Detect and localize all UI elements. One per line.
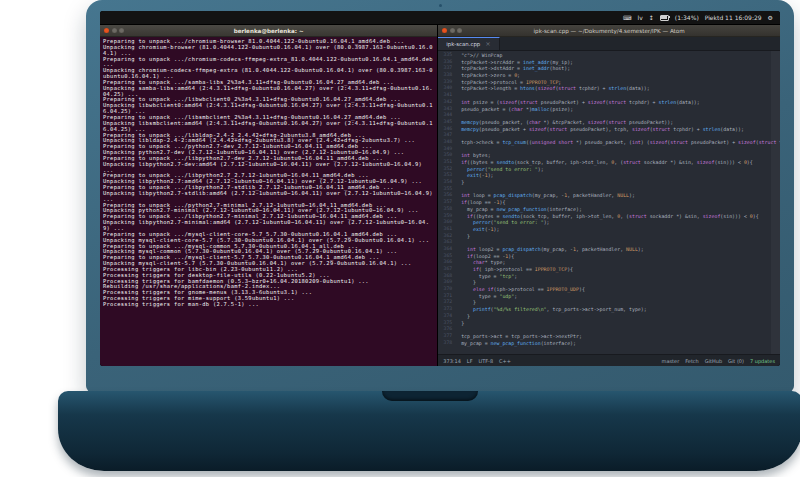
close-button[interactable] <box>104 28 109 33</box>
editor-titlebar[interactable]: ipk-scan.cpp — ~/Dokumenty/4.semester/IP… <box>438 25 780 37</box>
status-fetch-button[interactable]: Fetch <box>685 358 699 364</box>
line-number: 374 <box>438 313 455 320</box>
battery-icon[interactable] <box>660 15 669 21</box>
code-text: tcpPacket->length = htons(sizeof(struct … <box>455 85 649 92</box>
code-text: if((bytes = sendto(sock_tcp, buffer, iph… <box>455 213 758 220</box>
line-number: 369 <box>438 279 455 286</box>
editor-title: ipk-scan.cpp — ~/Dokumenty/4.semester/IP… <box>458 28 760 34</box>
line-number: 347 <box>438 132 455 139</box>
terminal-output[interactable]: Preparing to unpack .../chromium-browser… <box>100 37 437 366</box>
status-updates-badge[interactable]: 7 updates <box>750 358 775 364</box>
code-text: if(loop == -1){ <box>455 199 505 206</box>
status-cursor-position[interactable]: 373:14 <box>443 358 461 364</box>
code-line: 370 else if(iph->protocol == IPPROTO_UDP… <box>438 286 780 293</box>
line-number: 339 <box>438 79 455 86</box>
line-number: 354 <box>438 179 455 186</box>
input-language-indicator[interactable]: lv <box>638 14 643 21</box>
tab-ipk-scan-cpp[interactable]: ipk-scan.cpp × <box>438 37 499 50</box>
battery-label[interactable]: (1:34%) <box>675 14 699 21</box>
line-number: 356 <box>438 192 455 199</box>
session-menu-icon[interactable]: ⚙ <box>768 14 773 21</box>
code-text: if( iph->protocol == IPPROTO_TCP){ <box>455 266 573 273</box>
editor-statusbar: 373:14 LF UTF-8 C++ master Fetch GitHub … <box>438 354 780 366</box>
code-line: 355 <box>438 186 780 193</box>
minimap[interactable] <box>771 51 780 354</box>
code-line: 363 <box>438 239 780 246</box>
code-line: 345 memcpy(pseudo_packet, (char *) &tcpP… <box>438 119 780 126</box>
editor-window-controls <box>438 28 462 33</box>
code-text: int loop = pcap_dispatch(my_pcap, -1, pa… <box>455 192 635 199</box>
status-git-branch[interactable]: master <box>662 358 680 364</box>
code-line: 372 } <box>438 299 780 306</box>
code-line: 347 <box>438 132 780 139</box>
code-text: } <box>455 320 464 327</box>
code-line: 360 perror("send to error: "); <box>438 219 780 226</box>
maximize-button[interactable] <box>119 28 124 33</box>
desktop: berlenka@berlenka: ~ Preparing to unpack… <box>100 25 780 366</box>
line-number: 345 <box>438 119 455 126</box>
code-text: } <box>455 233 470 240</box>
code-line: 358 my_pcap = new_pcap_function(interfac… <box>438 206 780 213</box>
code-text: printf("%d/%s filtered\n", tcp_ports->ac… <box>455 306 646 313</box>
line-number: 343 <box>438 106 455 113</box>
clock[interactable]: Piektd 11 16:09:29 <box>705 14 762 21</box>
code-line: 369 } <box>438 279 780 286</box>
code-line: 364 int loop2 = pcap_dispatch(my_pcap, -… <box>438 246 780 253</box>
terminal-titlebar[interactable]: berlenka@berlenka: ~ <box>100 25 437 37</box>
terminal-line: Unpacking chromium-browser (81.0.4044.12… <box>103 45 434 57</box>
tab-close-icon[interactable]: × <box>485 41 490 48</box>
code-line: 350 int bytes; <box>438 152 780 159</box>
code-text: } <box>455 179 464 186</box>
code-line: 353 exit(-1); <box>438 172 780 179</box>
close-button[interactable] <box>442 28 447 33</box>
terminal-line: Unpacking libpython2.7-stdlib:amd64 (2.7… <box>103 191 434 203</box>
code-line: 344 <box>438 112 780 119</box>
code-line: 365 if(loop2 == -1){ <box>438 253 780 260</box>
terminal-window-controls <box>100 28 124 33</box>
line-number: 370 <box>438 286 455 293</box>
code-line: 375 } <box>438 320 780 327</box>
code-text: tcpPacket->dstAddr = inet_addr(host); <box>455 65 570 72</box>
line-number: 346 <box>438 126 455 133</box>
status-encoding[interactable]: UTF-8 <box>479 358 494 364</box>
base-notch <box>382 391 478 401</box>
code-text: tcp_ports->act = tcp_ports->act->nextPtr… <box>455 333 582 340</box>
status-grammar[interactable]: C++ <box>499 358 511 364</box>
code-line: 337 tcpPacket->dstAddr = inet_addr(host)… <box>438 65 780 72</box>
status-git-changes[interactable]: Git (0) <box>728 358 744 364</box>
line-number: 335 <box>438 52 455 59</box>
code-text: else if(iph->protocol == IPPROTO_UDP){ <box>455 286 585 293</box>
keyboard-icon[interactable]: ⌨ <box>623 14 632 21</box>
minimize-button[interactable] <box>112 28 117 33</box>
code-text: tcpPacket->protocol = IPPROTO_TCP; <box>455 79 561 86</box>
line-number: 360 <box>438 219 455 226</box>
code-line: 343 pseudo_packet = (char *)malloc(psize… <box>438 106 780 113</box>
code-line: 354 } <box>438 179 780 186</box>
code-line: 339 tcpPacket->protocol = IPPROTO_TCP; <box>438 79 780 86</box>
line-number: 355 <box>438 186 455 193</box>
code-line: 377 tcp_ports->act = tcp_ports->act->nex… <box>438 333 780 340</box>
status-line-ending[interactable]: LF <box>467 358 473 364</box>
terminal-line: Processing triggers for man-db (2.7.5-1)… <box>103 302 434 308</box>
line-number: 349 <box>438 146 455 153</box>
minimize-button[interactable] <box>450 28 455 33</box>
code-line: 357 if(loop == -1){ <box>438 199 780 206</box>
status-github-button[interactable]: GitHub <box>705 358 722 364</box>
code-line: 361 exit(-1); <box>438 226 780 233</box>
code-text: tcpPacket->zero = 0; <box>455 72 520 79</box>
laptop-mockup: ⌨ lv ↕ (1:34%) Piektd 11 16:09:29 ⚙ <box>0 0 800 477</box>
system-topbar: ⌨ lv ↕ (1:34%) Piektd 11 16:09:29 ⚙ <box>100 11 780 25</box>
network-sync-icon[interactable]: ↕ <box>649 14 654 21</box>
webcam-dot <box>439 4 442 7</box>
code-line: 366 char* type; <box>438 259 780 266</box>
line-number: 364 <box>438 246 455 253</box>
line-number: 365 <box>438 253 455 260</box>
code-text: if(loop2 == -1){ <box>455 253 514 260</box>
code-line: 352 perror("send to error: "); <box>438 166 780 173</box>
code-editor[interactable]: 335 "c">// WinPcap336 tcpPacket->srcAddr… <box>438 51 780 354</box>
code-text: } <box>455 313 470 320</box>
statusbar-right: master Fetch GitHub Git (0) 7 updates <box>662 358 775 364</box>
code-text: memcpy(pseudo_packet + sizeof(struct pse… <box>455 126 744 133</box>
line-number: 338 <box>438 72 455 79</box>
maximize-button[interactable] <box>457 28 462 33</box>
